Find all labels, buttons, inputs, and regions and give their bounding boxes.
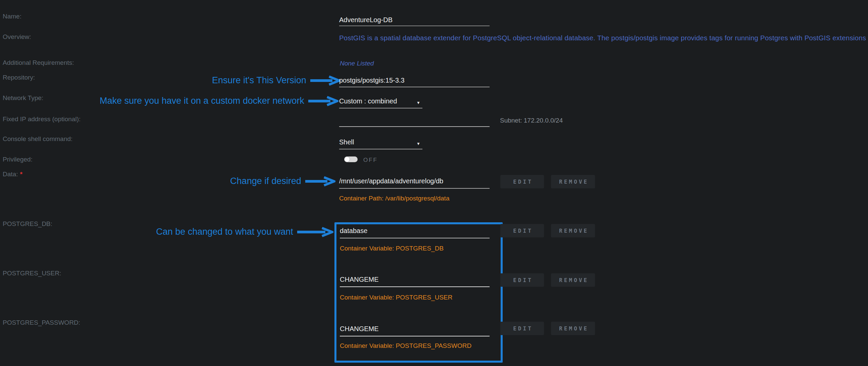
name-input[interactable]: AdventureLog-DB xyxy=(339,16,490,26)
repository-label: Repository: xyxy=(3,74,35,81)
postgres-db-annotation-text: Can be changed to what you want xyxy=(156,227,293,237)
repository-input[interactable]: postgis/postgis:15-3.3 xyxy=(339,77,490,87)
postgres-password-remove-button[interactable]: REMOVE xyxy=(551,322,595,335)
postgres-password-edit-button[interactable]: EDIT xyxy=(500,322,544,335)
toggle-knob-icon xyxy=(344,157,349,162)
annotation-arrow-icon xyxy=(297,227,334,237)
network-annotation: Make sure you have it on a custom docker… xyxy=(100,96,338,106)
postgres-db-variable-note: Container Variable: POSTGRES_DB xyxy=(340,245,443,252)
network-type-select[interactable]: Custom : combined ▼ xyxy=(339,97,423,109)
postgres-db-annotation: Can be changed to what you want xyxy=(156,227,334,237)
data-edit-button[interactable]: EDIT xyxy=(500,175,544,188)
network-type-value: Custom : combined xyxy=(339,97,397,105)
required-asterisk: * xyxy=(20,171,22,178)
data-label-text: Data: xyxy=(3,171,18,178)
overview-label: Overview: xyxy=(3,33,31,41)
data-remove-button[interactable]: REMOVE xyxy=(551,175,595,188)
postgres-user-input[interactable]: CHANGEME xyxy=(340,276,490,287)
network-type-label: Network Type: xyxy=(3,94,43,102)
repository-value: postgis/postgis:15-3.3 xyxy=(339,77,405,84)
docker-container-settings-page: Name: Overview: Additional Requirements:… xyxy=(0,0,868,366)
data-container-path-note: Container Path: /var/lib/postgresql/data xyxy=(339,195,449,202)
postgres-db-remove-button[interactable]: REMOVE xyxy=(551,224,595,237)
additional-requirements-label: Additional Requirements: xyxy=(3,59,74,66)
chevron-down-icon: ▼ xyxy=(416,100,421,105)
data-annotation-text: Change if desired xyxy=(230,176,301,186)
annotation-arrow-icon xyxy=(310,75,340,86)
name-label: Name: xyxy=(3,13,22,20)
overview-text: PostGIS is a spatial database extender f… xyxy=(339,34,868,42)
repository-annotation-text: Ensure it's This Version xyxy=(212,75,306,86)
network-annotation-text: Make sure you have it on a custom docker… xyxy=(100,96,304,106)
fixed-ip-label: Fixed IP address (optional): xyxy=(3,116,81,123)
annotation-arrow-icon xyxy=(305,176,336,186)
postgres-password-value: CHANGEME xyxy=(340,325,379,333)
privileged-label: Privileged: xyxy=(3,156,33,163)
postgres-user-label: POSTGRES_USER: xyxy=(3,270,61,277)
console-shell-label: Console shell command: xyxy=(3,135,72,143)
console-shell-value: Shell xyxy=(339,138,354,146)
privileged-state: OFF xyxy=(363,157,378,163)
annotation-arrow-icon xyxy=(308,96,338,106)
console-shell-select[interactable]: Shell ▼ xyxy=(339,138,423,149)
additional-requirements-value: None Listed xyxy=(340,60,374,67)
name-value: AdventureLog-DB xyxy=(339,16,393,24)
data-annotation: Change if desired xyxy=(230,176,336,186)
postgres-db-input[interactable]: database xyxy=(340,227,490,238)
postgres-password-input[interactable]: CHANGEME xyxy=(340,325,490,336)
postgres-password-variable-note: Container Variable: POSTGRES_PASSWORD xyxy=(340,342,471,349)
postgres-password-label: POSTGRES_PASSWORD: xyxy=(3,319,80,326)
data-path-value: /mnt/user/appdata/adventurelog/db xyxy=(339,177,443,185)
privileged-toggle[interactable] xyxy=(344,156,358,162)
data-label: Data:* xyxy=(3,171,23,178)
postgres-db-label: POSTGRES_DB: xyxy=(3,220,52,228)
highlight-box xyxy=(335,222,503,363)
subnet-note: Subnet: 172.20.0.0/24 xyxy=(500,117,563,124)
postgres-user-value: CHANGEME xyxy=(340,276,379,283)
postgres-user-edit-button[interactable]: EDIT xyxy=(500,273,544,287)
repository-annotation: Ensure it's This Version xyxy=(212,75,340,86)
postgres-user-remove-button[interactable]: REMOVE xyxy=(551,273,595,287)
fixed-ip-input[interactable] xyxy=(339,116,490,127)
postgres-db-edit-button[interactable]: EDIT xyxy=(500,224,544,237)
postgres-db-value: database xyxy=(340,227,367,235)
chevron-down-icon: ▼ xyxy=(416,141,421,146)
postgres-user-variable-note: Container Variable: POSTGRES_USER xyxy=(340,294,452,301)
data-path-input[interactable]: /mnt/user/appdata/adventurelog/db xyxy=(339,177,490,189)
